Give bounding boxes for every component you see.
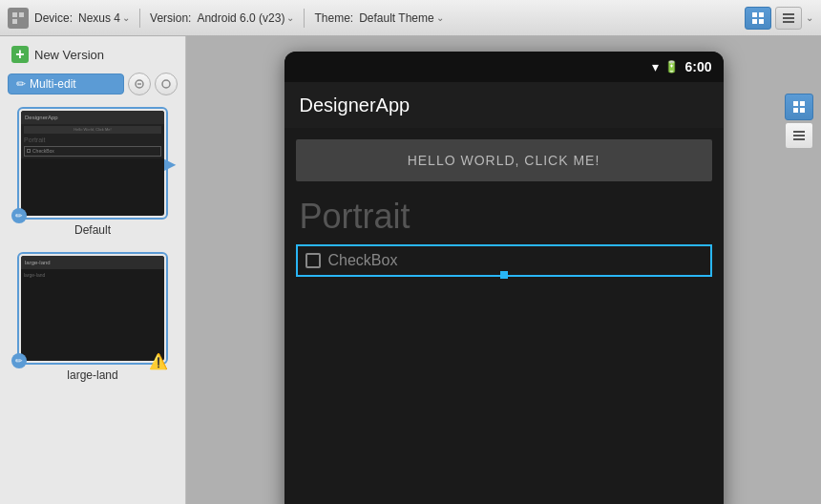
- warn-badge-large-land: ⚠️: [149, 352, 168, 370]
- top-toolbar: Device: Nexus 4 ⌄ Version: Android 6.0 (…: [0, 0, 821, 36]
- device-chevron: ⌄: [122, 12, 130, 23]
- app-icon: [8, 8, 29, 29]
- multi-edit-row: ✏ Multi-edit: [8, 73, 178, 95]
- device-label: Device:: [34, 11, 73, 25]
- svg-rect-14: [800, 101, 805, 106]
- svg-rect-0: [12, 12, 17, 17]
- phone-app-bar: DesignerApp: [284, 82, 724, 128]
- toolbar-right: ⌄: [745, 7, 813, 30]
- separator-1: [139, 9, 140, 28]
- svg-rect-5: [752, 19, 757, 24]
- svg-rect-7: [783, 13, 794, 15]
- pencil-icon: ✏: [16, 77, 26, 91]
- device-value: Nexus 4: [78, 11, 120, 25]
- theme-selector[interactable]: Default Theme ⌄: [359, 11, 444, 25]
- svg-rect-13: [793, 101, 798, 106]
- variant-preview-topbar-default: DesignerApp: [21, 111, 164, 124]
- svg-rect-15: [793, 108, 798, 113]
- checkbox-resize-handle[interactable]: [500, 271, 508, 279]
- phone-checkbox-row[interactable]: CheckBox: [296, 244, 712, 277]
- list-view-button[interactable]: [775, 7, 802, 30]
- overlay-list-button[interactable]: [785, 122, 813, 149]
- circle-button-2[interactable]: [155, 73, 178, 95]
- hello-world-button[interactable]: HELLO WORLD, CLICK ME!: [296, 139, 712, 181]
- checkbox-indicator[interactable]: [305, 253, 321, 268]
- edit-badge-default: ✏: [11, 208, 27, 223]
- variant-card-default[interactable]: DesignerApp Hello World, Click Me! Portr…: [8, 107, 178, 237]
- new-version-button[interactable]: + New Version: [8, 44, 178, 65]
- variant-preview-wrapper-large-land: large-land large-land ✏ ⚠️: [17, 252, 168, 365]
- variant-label-large-land: large-land: [67, 368, 117, 382]
- arrow-default: ▶: [164, 155, 176, 173]
- svg-point-12: [162, 80, 170, 88]
- right-preview: ▾ 🔋 6:00 DesignerApp HELLO WORLD, CLICK …: [186, 36, 821, 504]
- variants-area: DesignerApp Hello World, Click Me! Portr…: [8, 103, 178, 386]
- svg-rect-4: [759, 12, 764, 17]
- main-area: + New Version ✏ Multi-edit: [0, 36, 821, 504]
- edit-badge-large-land: ✏: [11, 353, 27, 368]
- view-toggle-overlay: [785, 94, 813, 149]
- new-version-label: New Version: [34, 48, 104, 62]
- status-time: 6:00: [684, 59, 711, 74]
- left-panel: + New Version ✏ Multi-edit: [0, 36, 186, 504]
- svg-rect-19: [793, 138, 805, 140]
- version-selector[interactable]: Android 6.0 (v23) ⌄: [197, 11, 294, 25]
- variant-card-large-land[interactable]: large-land large-land ✏ ⚠️ large-land: [8, 252, 178, 382]
- variant-preview-default: DesignerApp Hello World, Click Me! Portr…: [21, 111, 164, 216]
- svg-rect-16: [800, 108, 805, 113]
- svg-rect-6: [759, 19, 764, 24]
- version-chevron: ⌄: [286, 12, 294, 23]
- phone-button-row: HELLO WORLD, CLICK ME!: [284, 128, 724, 193]
- battery-icon: 🔋: [664, 60, 679, 74]
- phone-mockup: ▾ 🔋 6:00 DesignerApp HELLO WORLD, CLICK …: [284, 52, 724, 504]
- svg-rect-3: [752, 12, 757, 17]
- svg-rect-2: [12, 19, 17, 24]
- svg-rect-8: [783, 17, 794, 19]
- variant-preview-topbar-large-land: large-land: [21, 256, 164, 269]
- view-chevron: ⌄: [806, 12, 813, 23]
- version-value: Android 6.0 (v23): [197, 11, 284, 25]
- svg-rect-17: [793, 131, 805, 133]
- checkbox-text: CheckBox: [328, 252, 398, 269]
- multi-edit-button[interactable]: ✏ Multi-edit: [8, 74, 124, 94]
- svg-rect-18: [793, 135, 805, 136]
- wifi-icon: ▾: [652, 59, 659, 74]
- app-title: DesignerApp: [300, 94, 410, 116]
- overlay-grid-button[interactable]: [785, 94, 813, 120]
- theme-value: Default Theme: [359, 11, 434, 25]
- multi-edit-label: Multi-edit: [30, 77, 76, 91]
- variant-preview-wrapper-default: DesignerApp Hello World, Click Me! Portr…: [17, 107, 168, 220]
- grid-view-button[interactable]: [745, 7, 771, 30]
- svg-rect-1: [19, 12, 24, 17]
- variant-label-default: Default: [74, 223, 111, 237]
- theme-chevron: ⌄: [436, 12, 444, 23]
- device-selector[interactable]: Nexus 4 ⌄: [78, 11, 130, 25]
- theme-label: Theme:: [314, 11, 353, 25]
- variant-preview-large-land: large-land large-land: [21, 256, 164, 361]
- portrait-label: Portrait: [284, 193, 724, 241]
- svg-rect-9: [783, 21, 794, 23]
- plus-icon: +: [11, 46, 29, 63]
- version-label: Version:: [150, 11, 191, 25]
- separator-2: [304, 9, 305, 28]
- circle-button-1[interactable]: [128, 73, 151, 95]
- phone-status-bar: ▾ 🔋 6:00: [284, 52, 724, 82]
